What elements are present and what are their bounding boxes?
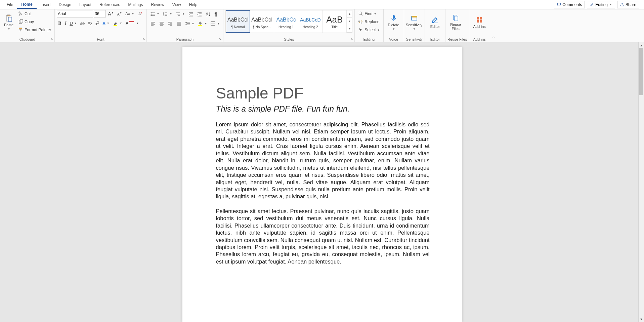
shrink-font-button[interactable]: A▼ [116, 11, 123, 17]
font-size-input[interactable] [94, 10, 106, 17]
group-styles: AaBbCcI¶ Normal AaBbCcI¶ No Spac... AaBb… [223, 9, 355, 42]
document-page[interactable]: Sample PDF This is a simple PDF file. Fu… [182, 47, 462, 322]
document-paragraph-1[interactable]: Lorem ipsum dolor sit amet, consectetuer… [216, 121, 430, 200]
tab-references[interactable]: References [95, 1, 124, 8]
svg-text:A: A [206, 12, 208, 14]
style-title[interactable]: AaBTitle [323, 10, 347, 33]
highlight-button[interactable]: ▼ [112, 20, 124, 27]
svg-point-12 [151, 15, 152, 16]
group-voice: Dictate▼ Voice [384, 9, 404, 42]
svg-text:b: b [361, 22, 362, 24]
bold-button[interactable]: B [57, 20, 62, 27]
tab-file[interactable]: File [3, 1, 17, 8]
svg-rect-27 [455, 16, 458, 21]
paste-button[interactable]: Paste ▼ [2, 10, 15, 34]
tab-insert[interactable]: Insert [37, 1, 55, 8]
reuse-files-button[interactable]: Reuse Files [447, 10, 464, 34]
document-subtitle[interactable]: This is a simple PDF file. Fun fun fun. [216, 104, 430, 114]
sort-button[interactable]: AZ [204, 10, 212, 18]
shading-button[interactable]: ▼ [196, 20, 208, 27]
tab-mailings[interactable]: Mailings [124, 1, 147, 8]
editing-mode-button[interactable]: Editing▼ [587, 1, 615, 8]
tab-layout[interactable]: Layout [75, 1, 95, 8]
group-font: A▲ A▼ Aa▼ A B I U▼ ab x2 x2 A▼ ▼ A▼ F [55, 9, 146, 42]
styles-gallery[interactable]: AaBbCcI¶ Normal AaBbCcI¶ No Spac... AaBb… [225, 10, 352, 33]
cut-button[interactable]: Cut [17, 10, 52, 17]
increase-indent-button[interactable] [196, 10, 204, 18]
align-left-button[interactable] [149, 20, 157, 27]
show-marks-button[interactable]: ¶ [213, 10, 218, 18]
decrease-indent-button[interactable] [187, 10, 195, 18]
group-clipboard: Paste ▼ Cut Copy Format Painter Clipboar… [0, 9, 55, 42]
tab-home[interactable]: Home [17, 1, 36, 9]
font-name-input[interactable] [57, 10, 93, 17]
scroll-thumb[interactable] [639, 48, 643, 95]
font-color-button[interactable]: A▼ [124, 20, 140, 27]
find-button[interactable]: Find▼ [357, 10, 381, 17]
multilevel-list-button[interactable]: ▼ [174, 10, 186, 18]
scroll-up-icon[interactable]: ▲ [639, 42, 644, 48]
replace-button[interactable]: abReplace [357, 18, 381, 26]
vertical-scrollbar[interactable]: ▲ ▼ [638, 42, 644, 322]
copy-label: Copy [25, 19, 34, 24]
dialog-launcher-icon[interactable]: ⬊ [142, 37, 146, 41]
style-normal[interactable]: AaBbCcI¶ Normal [226, 10, 250, 33]
tab-help[interactable]: Help [185, 1, 202, 8]
strikethrough-button[interactable]: ab [79, 20, 86, 27]
clear-formatting-button[interactable]: A [136, 10, 144, 17]
chevron-down-icon: ▼ [8, 28, 10, 31]
group-editor: Editor Editor [425, 9, 445, 42]
justify-button[interactable] [175, 20, 183, 27]
style-heading2[interactable]: AaBbCcDHeading 2 [298, 10, 323, 33]
ribbon: Paste ▼ Cut Copy Format Painter Clipboar… [0, 9, 644, 42]
italic-button[interactable]: I [63, 20, 68, 27]
select-button[interactable]: Select▼ [357, 26, 381, 34]
text-effects-button[interactable]: A▼ [101, 20, 111, 27]
tab-review[interactable]: Review [147, 1, 168, 8]
share-button[interactable]: Share [617, 1, 639, 8]
group-label-paragraph: Paragraph [149, 37, 221, 42]
grow-font-button[interactable]: A▲ [106, 10, 115, 17]
dialog-launcher-icon[interactable]: ⬊ [50, 37, 54, 41]
style-no-spacing[interactable]: AaBbCcI¶ No Spac... [250, 10, 274, 33]
underline-button[interactable]: U▼ [68, 20, 78, 27]
styles-up-icon[interactable]: ▲ [347, 10, 352, 18]
bullets-button[interactable]: ▼ [149, 10, 161, 18]
scroll-down-icon[interactable]: ▼ [639, 316, 644, 322]
dictate-button[interactable]: Dictate▼ [386, 10, 402, 34]
align-right-button[interactable] [166, 20, 174, 27]
collapse-ribbon-icon[interactable]: ⌃ [489, 9, 498, 42]
format-painter-button[interactable]: Format Painter [17, 26, 52, 34]
chevron-down-icon: ▼ [609, 3, 612, 6]
copy-button[interactable]: Copy [17, 18, 52, 26]
comments-label: Comments [562, 2, 582, 7]
svg-text:3: 3 [163, 14, 164, 16]
document-title[interactable]: Sample PDF [216, 84, 430, 102]
styles-down-icon[interactable]: ▼ [347, 18, 352, 25]
subscript-button[interactable]: x2 [87, 19, 93, 27]
editing-label: Editing [595, 2, 608, 7]
tab-view[interactable]: View [168, 1, 185, 8]
document-workspace: Sample PDF This is a simple PDF file. Fu… [0, 42, 644, 322]
editor-button[interactable]: Editor [427, 10, 443, 34]
styles-more-icon[interactable]: ▾ [347, 25, 352, 33]
svg-rect-9 [129, 21, 134, 22]
addins-button[interactable]: Add-ins [471, 10, 487, 34]
borders-button[interactable]: ▼ [209, 20, 221, 27]
dialog-launcher-icon[interactable]: ⬊ [350, 37, 354, 41]
dialog-launcher-icon[interactable]: ⬊ [218, 37, 222, 41]
numbering-button[interactable]: 123▼ [161, 10, 173, 18]
comments-button[interactable]: Comments [554, 1, 585, 8]
document-paragraph-2[interactable]: Pellentesque sit amet lectus. Praesent p… [216, 208, 430, 266]
change-case-button[interactable]: Aa▼ [124, 10, 136, 17]
line-spacing-button[interactable]: ▼ [184, 20, 196, 27]
tab-design[interactable]: Design [55, 1, 75, 8]
svg-rect-28 [477, 17, 479, 19]
sensitivity-button[interactable]: Sensitivity▼ [406, 10, 422, 34]
svg-point-11 [151, 13, 152, 14]
superscript-button[interactable]: x2 [94, 19, 101, 27]
align-center-button[interactable] [158, 20, 166, 27]
style-heading1[interactable]: AaBbCcHeading 1 [274, 10, 298, 33]
group-label-editor: Editor [427, 37, 443, 42]
svg-rect-18 [198, 25, 202, 26]
